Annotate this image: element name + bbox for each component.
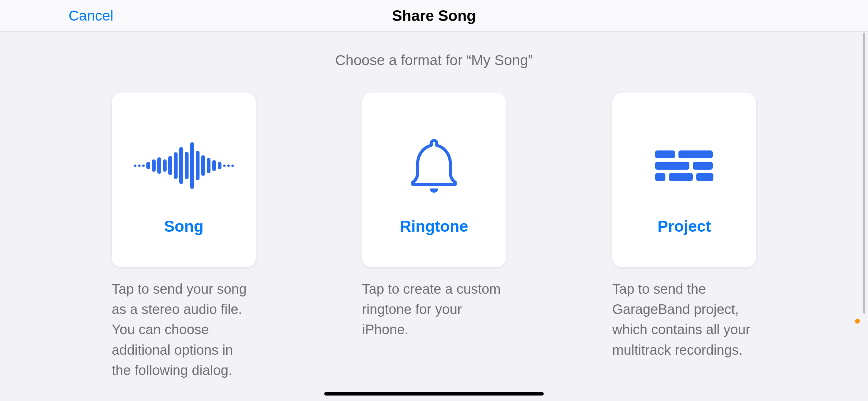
recording-indicator-icon — [855, 319, 860, 324]
cancel-button[interactable]: Cancel — [69, 8, 113, 24]
ringtone-card[interactable]: Ringtone — [362, 93, 506, 267]
project-label: Project — [658, 217, 711, 235]
song-description: Tap to send your song as a stereo audio … — [112, 279, 256, 380]
subtitle: Choose a format for “My Song” — [0, 52, 868, 69]
project-description: Tap to send the GarageBand project, whic… — [612, 279, 756, 360]
option-song: Song Tap to send your song as a stereo a… — [112, 93, 256, 380]
page-title: Share Song — [392, 7, 476, 24]
cards-container: Song Tap to send your song as a stereo a… — [0, 93, 868, 380]
song-card[interactable]: Song — [112, 93, 256, 267]
bell-icon — [407, 124, 461, 207]
nav-bar: Cancel Share Song — [0, 0, 868, 32]
scrollbar[interactable] — [863, 33, 865, 314]
tracks-icon — [655, 124, 713, 207]
ringtone-description: Tap to create a custom ringtone for your… — [362, 279, 506, 340]
waveform-icon — [134, 124, 234, 207]
project-card[interactable]: Project — [612, 93, 756, 267]
option-ringtone: Ringtone Tap to create a custom ringtone… — [362, 93, 506, 380]
option-project: Project Tap to send the GarageBand proje… — [612, 93, 756, 380]
ringtone-label: Ringtone — [400, 217, 468, 235]
song-label: Song — [164, 217, 204, 235]
home-indicator[interactable] — [324, 392, 544, 396]
content: Choose a format for “My Song” — [0, 32, 868, 380]
